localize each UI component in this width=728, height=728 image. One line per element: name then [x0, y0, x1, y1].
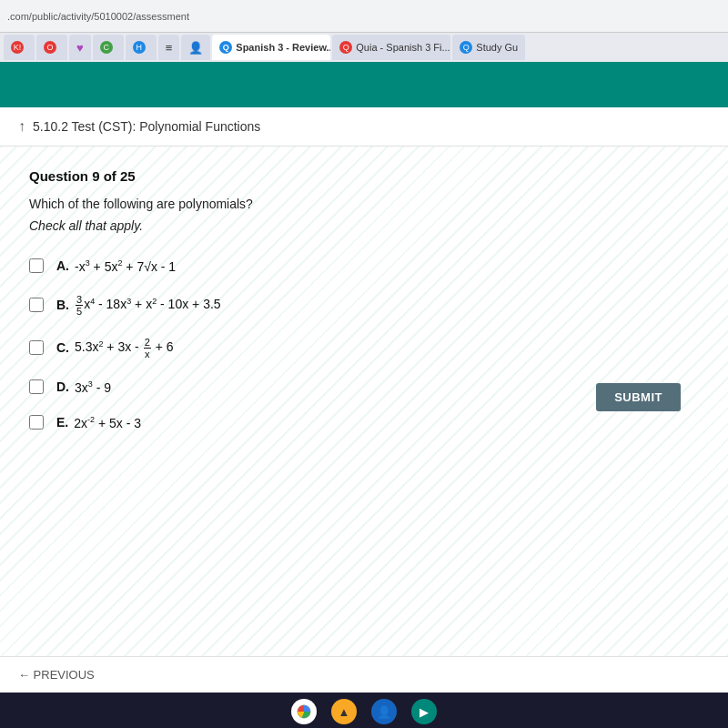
person-icon: 👤 — [377, 705, 391, 719]
option-c-expr: 5.3x2 + 3x - 2x + 6 — [75, 337, 174, 359]
browser-address-bar: .com/public/activity/5010002/assessment — [0, 0, 728, 33]
tab-spanish3[interactable]: Q Spanish 3 - Review... — [212, 35, 330, 60]
check-all-instruction: Check all that apply. — [29, 218, 699, 233]
tab-k[interactable]: K! — [4, 35, 35, 60]
option-a-expr: -x3 + 5x2 + 7√x - 1 — [75, 258, 176, 274]
tab-v-icon: ♥ — [76, 41, 84, 55]
tab-h2-icon: ≡ — [166, 41, 173, 55]
option-c-label: C. — [56, 340, 69, 355]
tab-quia-label: Quia - Spanish 3 Fi... — [356, 42, 450, 53]
option-a[interactable]: A. -x3 + 5x2 + 7√x - 1 — [29, 258, 699, 274]
breadcrumb: ↑ 5.10.2 Test (CST): Polynomial Function… — [0, 107, 728, 147]
tab-v[interactable]: ♥ — [69, 35, 91, 60]
tab-k-icon: K! — [11, 41, 24, 54]
os-icon-person[interactable]: 👤 — [371, 699, 397, 724]
tab-spanish3-label: Spanish 3 - Review... — [236, 42, 330, 53]
tab-h2[interactable]: ≡ — [158, 35, 180, 60]
checkbox-a[interactable] — [29, 258, 44, 273]
teal-header-bar — [0, 64, 728, 107]
tab-c1-icon: C — [100, 41, 113, 54]
tab-c1[interactable]: C — [93, 35, 124, 60]
previous-link[interactable]: ← PREVIOUS — [18, 668, 95, 682]
option-b-expr: 35x4 - 18x3 + x2 - 10x + 3.5 — [75, 294, 221, 317]
option-b-label: B. — [56, 298, 69, 312]
option-e[interactable]: E. 2x-2 + 5x - 3 — [29, 415, 699, 430]
tab-quia[interactable]: Q Quia - Spanish 3 Fi... — [332, 35, 450, 60]
tab-study[interactable]: Q Study Gu — [452, 35, 525, 60]
option-e-expr: 2x-2 + 5x - 3 — [74, 415, 141, 430]
tab-person-icon: 👤 — [188, 41, 203, 55]
tab-h1[interactable]: H — [126, 35, 157, 60]
tab-h1-icon: H — [133, 41, 146, 54]
breadcrumb-text: 5.10.2 Test (CST): Polynomial Functions — [33, 119, 260, 134]
tab-quia-icon: Q — [339, 41, 352, 54]
checkbox-c[interactable] — [29, 340, 44, 355]
option-c[interactable]: C. 5.3x2 + 3x - 2x + 6 — [29, 337, 699, 359]
option-e-label: E. — [56, 415, 68, 430]
play-icon: ▶ — [420, 705, 429, 719]
os-taskbar: ▲ 👤 ▶ — [0, 693, 728, 728]
tab-spanish3-icon: Q — [219, 41, 232, 54]
breadcrumb-arrow: ↑ — [18, 118, 25, 135]
option-d-expr: 3x3 - 9 — [75, 379, 111, 395]
os-icon-triangle[interactable]: ▲ — [331, 699, 357, 724]
checkbox-b[interactable] — [29, 298, 44, 312]
tabs-bar: K! O ♥ C H ≡ 👤 Q Spanish 3 - Review... Q… — [0, 33, 728, 64]
checkbox-e[interactable] — [29, 415, 44, 430]
tab-o-icon: O — [44, 41, 56, 54]
url-text: .com/public/activity/5010002/assessment — [7, 11, 189, 22]
question-number: Question 9 of 25 — [29, 168, 699, 184]
question-container: Question 9 of 25 Which of the following … — [0, 147, 728, 656]
tab-study-icon: Q — [460, 41, 472, 54]
option-a-label: A. — [56, 258, 69, 273]
os-icon-google[interactable] — [291, 699, 317, 724]
submit-button[interactable]: SUBMIT — [596, 383, 681, 411]
bottom-nav: ← PREVIOUS — [0, 656, 728, 693]
tab-person[interactable]: 👤 — [181, 35, 210, 60]
option-d-label: D. — [56, 379, 69, 394]
option-b[interactable]: B. 35x4 - 18x3 + x2 - 10x + 3.5 — [29, 294, 699, 317]
tab-study-label: Study Gu — [476, 42, 518, 53]
os-icon-play[interactable]: ▶ — [411, 699, 437, 724]
checkbox-d[interactable] — [29, 379, 44, 394]
tab-o[interactable]: O — [36, 35, 67, 60]
question-text: Which of the following are polynomials? — [29, 197, 699, 211]
triangle-icon: ▲ — [339, 705, 350, 719]
